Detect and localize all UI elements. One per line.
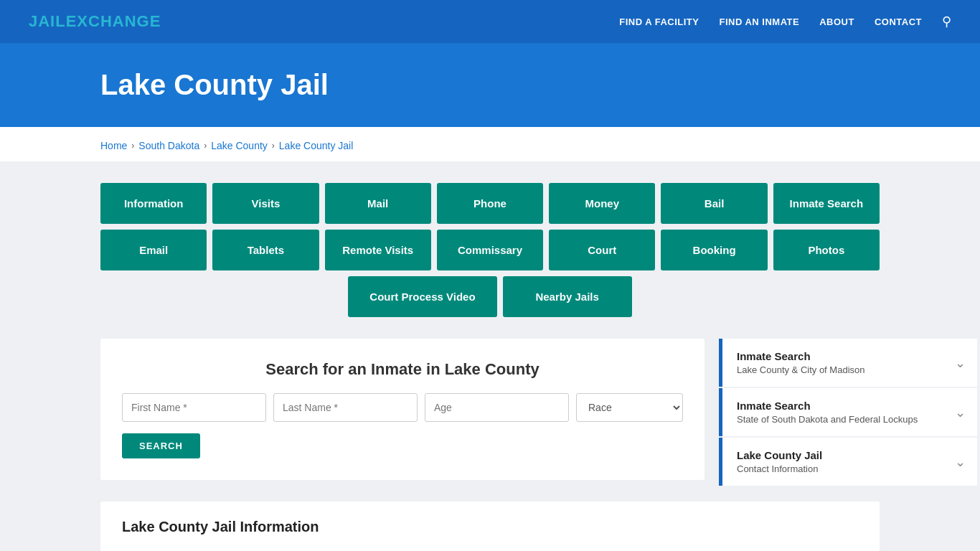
- search-title: Search for an Inmate in Lake County: [122, 360, 683, 379]
- search-panel: Search for an Inmate in Lake County Race…: [100, 339, 705, 480]
- nav-contact[interactable]: CONTACT: [875, 17, 922, 27]
- btn-court-video[interactable]: Court Process Video: [348, 276, 496, 317]
- navbar: JAILEXCHANGE FIND A FACILITY FIND AN INM…: [0, 0, 980, 43]
- sidebar-item-lake-bottom: Lake County & City of Madison: [737, 364, 864, 375]
- btn-tablets[interactable]: Tablets: [212, 230, 319, 270]
- sidebar-item-contact-top: Lake County Jail: [737, 449, 822, 461]
- btn-phone[interactable]: Phone: [437, 183, 543, 224]
- btn-photos[interactable]: Photos: [773, 230, 880, 270]
- brand-part2: EXCHANGE: [66, 12, 161, 30]
- sidebar-item-inmate-search-lake[interactable]: Inmate Search Lake County & City of Madi…: [719, 339, 977, 387]
- breadcrumb: Home › South Dakota › Lake County › Lake…: [0, 130, 980, 161]
- btn-booking[interactable]: Booking: [661, 230, 767, 270]
- nav-about[interactable]: ABOUT: [819, 17, 854, 27]
- chevron-down-icon-3: ⌄: [955, 454, 966, 470]
- search-button[interactable]: SEARCH: [122, 433, 200, 458]
- breadcrumb-sep-2: ›: [204, 141, 207, 151]
- btn-mail[interactable]: Mail: [325, 183, 431, 224]
- nav-button-row-2: Email Tablets Remote Visits Commissary C…: [100, 230, 880, 270]
- btn-nearby-jails[interactable]: Nearby Jails: [503, 276, 632, 317]
- sidebar-item-sd-bottom: State of South Dakota and Federal Lockup…: [737, 414, 918, 425]
- first-name-input[interactable]: [122, 393, 266, 422]
- nav-button-row-1: Information Visits Mail Phone Money Bail…: [100, 183, 880, 224]
- btn-visits[interactable]: Visits: [212, 183, 319, 224]
- btn-remote-visits[interactable]: Remote Visits: [325, 230, 431, 270]
- breadcrumb-current: Lake County Jail: [279, 140, 354, 151]
- btn-bail[interactable]: Bail: [661, 183, 767, 224]
- breadcrumb-home[interactable]: Home: [100, 140, 127, 151]
- chevron-down-icon-2: ⌄: [955, 405, 966, 420]
- search-icon[interactable]: ⚲: [942, 14, 951, 29]
- content-area: Information Visits Mail Phone Money Bail…: [0, 161, 980, 551]
- breadcrumb-sep-1: ›: [131, 141, 134, 151]
- sidebar-item-lake-top: Inmate Search: [737, 350, 864, 362]
- info-section-heading: Lake County Jail Information: [122, 519, 858, 535]
- breadcrumb-sd[interactable]: South Dakota: [138, 140, 199, 151]
- chevron-down-icon: ⌄: [955, 355, 966, 371]
- info-section: Lake County Jail Information: [100, 501, 880, 551]
- btn-money[interactable]: Money: [549, 183, 655, 224]
- btn-court[interactable]: Court: [549, 230, 655, 270]
- brand-logo[interactable]: JAILEXCHANGE: [29, 12, 161, 31]
- brand-part1: JAIL: [29, 12, 66, 30]
- race-select[interactable]: Race White Black Hispanic Asian Native A…: [576, 393, 683, 422]
- breadcrumb-sep-3: ›: [272, 141, 275, 151]
- nav-find-inmate[interactable]: FIND AN INMATE: [719, 17, 799, 27]
- hero-section: Lake County Jail: [0, 43, 980, 127]
- age-input[interactable]: [425, 393, 569, 422]
- btn-inmate-search[interactable]: Inmate Search: [773, 183, 880, 224]
- last-name-input[interactable]: [273, 393, 418, 422]
- sidebar-item-inmate-search-sd[interactable]: Inmate Search State of South Dakota and …: [719, 388, 977, 436]
- sidebar-item-contact-bottom: Contact Information: [737, 463, 822, 474]
- sidebar-item-sd-top: Inmate Search: [737, 400, 918, 412]
- sidebar-panel: Inmate Search Lake County & City of Madi…: [719, 339, 977, 487]
- search-fields: Race White Black Hispanic Asian Native A…: [122, 393, 683, 422]
- btn-information[interactable]: Information: [100, 183, 207, 224]
- nav-links: FIND A FACILITY FIND AN INMATE ABOUT CON…: [619, 14, 951, 29]
- nav-find-facility[interactable]: FIND A FACILITY: [619, 17, 699, 27]
- breadcrumb-lake[interactable]: Lake County: [211, 140, 268, 151]
- main-two-col: Search for an Inmate in Lake County Race…: [100, 339, 880, 487]
- page-title: Lake County Jail: [100, 69, 951, 101]
- btn-commissary[interactable]: Commissary: [437, 230, 543, 270]
- sidebar-item-contact-info[interactable]: Lake County Jail Contact Information ⌄: [719, 438, 977, 486]
- btn-email[interactable]: Email: [100, 230, 207, 270]
- nav-button-row-3: Court Process Video Nearby Jails: [100, 276, 880, 317]
